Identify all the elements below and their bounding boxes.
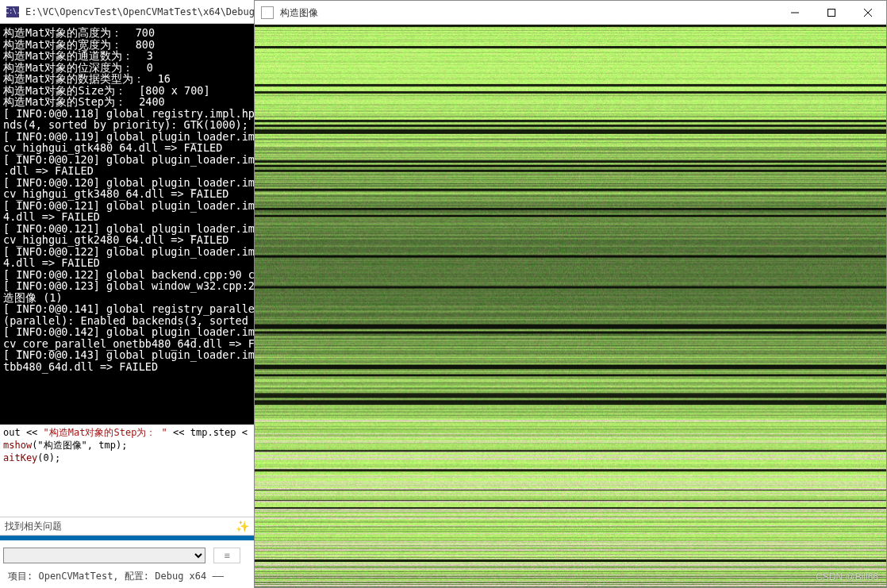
image-window-titlebar[interactable]: 构造图像 (255, 1, 886, 25)
minimize-button[interactable] (777, 1, 813, 25)
cmd-icon: C:\. (6, 6, 19, 17)
console-title: E:\VC\OpencvTest\OpenCVMatTest\x64\Debug… (25, 6, 266, 17)
constructed-mat-image (255, 25, 886, 587)
console-output[interactable]: 构造Mat对象的高度为： 700 构造Mat对象的宽度为： 800 构造Mat对… (0, 24, 254, 425)
blue-separator (0, 536, 254, 540)
maximize-button[interactable] (813, 1, 850, 25)
code-line: out << "构造Mat对象的Step为： " << tmp.step < (3, 426, 251, 439)
svg-rect-1 (828, 10, 835, 17)
close-button[interactable] (850, 1, 886, 25)
build-output-line: 项目: OpenCVMatTest, 配置: Debug x64 —— (0, 570, 254, 586)
watermark: CSDN @Bill66 (816, 571, 878, 582)
output-filter-select[interactable] (3, 548, 205, 563)
image-content: CSDN @Bill66 (255, 25, 886, 587)
issues-text: 找到相关问题 (5, 520, 62, 533)
window-controls (777, 1, 886, 25)
wand-icon[interactable]: ✨ (236, 520, 249, 532)
image-window: 构造图像 CSDN @Bill66 (254, 0, 887, 588)
image-window-title: 构造图像 (280, 6, 318, 20)
output-filter-row: ≡ (0, 546, 254, 565)
issues-bar: 找到相关问题 ✨ (0, 517, 254, 536)
code-line: aitKey(0); (3, 452, 251, 464)
code-line: mshow("构造图像", tmp); (3, 439, 251, 452)
toolbar-button[interactable]: ≡ (213, 548, 240, 563)
code-editor-snippet[interactable]: out << "构造Mat对象的Step为： " << tmp.step < m… (0, 425, 254, 488)
app-icon (261, 6, 274, 19)
